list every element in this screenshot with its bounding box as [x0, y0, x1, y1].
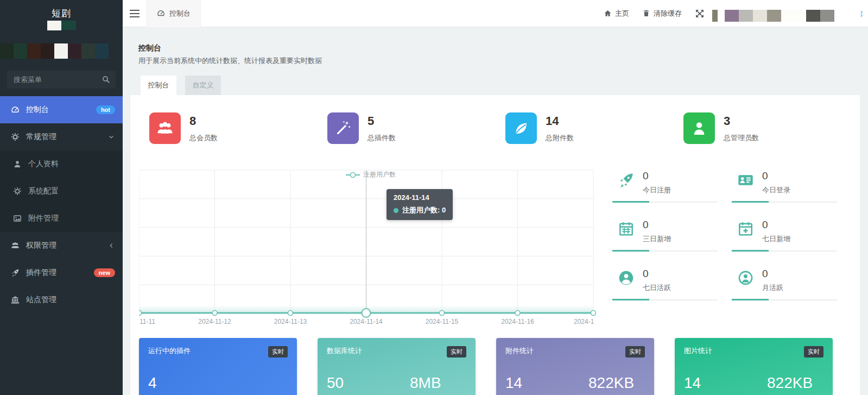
card-title: 运行中的插件	[148, 346, 191, 356]
quick-stat-seven-day-active: 0 七日活跃	[612, 268, 718, 300]
card-title: 图片统计	[684, 346, 712, 356]
quick-stat-progress	[732, 250, 837, 252]
users-icon	[11, 241, 20, 250]
quick-stat-label: 三日新增	[643, 234, 718, 244]
sidebar-item-attachments[interactable]: 附件管理	[0, 205, 123, 232]
sidebar-item-label: 个人资料	[28, 159, 59, 169]
rocket-icon	[618, 172, 635, 189]
quick-stat-progress	[612, 250, 718, 252]
chart-legend[interactable]: 注册用户数	[139, 170, 603, 179]
pixel-swatch	[712, 10, 718, 22]
sidebar-item-label: 权限管理	[26, 241, 56, 250]
pixel-swatch	[806, 10, 820, 22]
card-value: 14	[505, 374, 588, 392]
open-page-tab[interactable]: 控制台	[147, 0, 201, 27]
clear-cache-button[interactable]: 清除缓存	[642, 9, 682, 18]
sidebar-item-plugins[interactable]: 插件管理 new	[0, 259, 123, 286]
sidebar-toggle-button[interactable]	[123, 0, 147, 27]
quick-stat-value: 0	[643, 268, 718, 280]
tooltip-date: 2024-11-14	[394, 193, 446, 202]
page-title: 控制台	[138, 43, 161, 53]
pixel-swatch	[0, 43, 14, 59]
admin-icon	[683, 112, 715, 144]
svg-text:2024-11-16: 2024-11-16	[501, 318, 534, 325]
quick-stat-today-registered: 0 今日注册	[612, 170, 718, 203]
stat-label: 总附件数	[546, 133, 574, 143]
stats-row: 8 总会员数 5 总插件数	[139, 112, 851, 144]
menu-search-input[interactable]	[7, 71, 116, 89]
trash-icon	[642, 9, 650, 17]
stat-value: 8	[189, 114, 218, 128]
quick-stat-value: 0	[643, 170, 718, 182]
search-icon[interactable]	[102, 75, 110, 84]
quick-stat-value: 0	[762, 268, 837, 280]
stat-label: 总会员数	[189, 133, 218, 143]
svg-text:2024-11-12: 2024-11-12	[198, 318, 231, 325]
card-value-2: 8MB	[410, 374, 441, 392]
pixel-swatch	[61, 21, 76, 30]
calendar-plus-icon	[737, 221, 754, 237]
open-page-tab-label: 控制台	[169, 9, 191, 18]
dashboard-panel: 8 总会员数 5 总插件数	[130, 95, 860, 395]
home-button[interactable]: 主页	[604, 9, 629, 18]
menu-search	[7, 71, 116, 89]
sidebar-item-dashboard[interactable]: 控制台 hot	[0, 96, 123, 123]
quick-stat-value: 0	[643, 219, 718, 231]
sidebar-item-permissions[interactable]: 权限管理	[0, 232, 123, 259]
sidebar-item-sites[interactable]: 站点管理	[0, 286, 123, 314]
content: 控制台 用于展示当前系统中的统计数据、统计报表及重要实时数据 控制台 自定义	[123, 27, 868, 395]
sidebar-item-label: 系统配置	[28, 186, 59, 196]
sidebar-item-profile[interactable]: 个人资料	[0, 151, 123, 178]
pixel-swatch	[68, 43, 81, 59]
card-title: 数据库统计	[327, 346, 362, 356]
pixel-swatch	[781, 10, 806, 22]
pixel-swatch	[725, 10, 739, 22]
stat-label: 总插件数	[368, 133, 396, 143]
quick-stat-label: 七日新增	[762, 234, 837, 244]
topbar: 控制台 主页 清除缓存	[123, 0, 868, 27]
sidebar-nav: 控制台 hot 常规管理 个人资料	[0, 96, 123, 314]
card-database-stats: 数据库统计 实时 50 8MB	[318, 338, 476, 395]
logo-pixel-image	[0, 21, 123, 32]
stat-admins: 3 总管理员数	[673, 112, 851, 144]
pixel-swatch	[767, 10, 781, 22]
pixel-swatch	[718, 10, 725, 22]
pixel-swatch	[14, 43, 27, 59]
tab-custom[interactable]: 自定义	[185, 76, 221, 95]
tab-dashboard[interactable]: 控制台	[141, 76, 176, 95]
card-value: 50	[327, 374, 410, 392]
pixel-swatch	[739, 10, 753, 22]
chevron-left-icon	[107, 242, 115, 249]
quick-stat-label: 今日注册	[643, 185, 718, 195]
user-avatar-image[interactable]	[712, 10, 834, 22]
card-title: 附件统计	[505, 346, 534, 356]
registrations-chart[interactable]: 11-112024-11-122024-11-132024-11-142024-…	[139, 166, 603, 329]
quick-stat-value: 0	[762, 219, 837, 231]
app-logo[interactable]: 短剧	[0, 0, 123, 20]
quick-stat-today-login: 0 今日登录	[732, 170, 837, 203]
card-running-plugins: 运行中的插件 实时 4	[139, 338, 297, 395]
panel-arrows-icon[interactable]: ››	[860, 10, 863, 17]
sidebar-item-general[interactable]: 常规管理	[0, 123, 123, 151]
gauge-icon	[157, 9, 165, 17]
home-icon	[604, 9, 612, 17]
svg-text:2024-11-13: 2024-11-13	[274, 318, 307, 325]
svg-text:2024-1: 2024-1	[574, 318, 594, 325]
chart-tooltip: 2024-11-14 注册用户数: 0	[387, 189, 453, 220]
tooltip-series-dot	[394, 208, 398, 213]
card-attachment-stats: 附件统计 实时 14 822KB	[496, 338, 654, 395]
pixel-swatch	[54, 43, 68, 59]
fullscreen-icon[interactable]	[695, 9, 705, 18]
realtime-badge: 实时	[625, 346, 645, 358]
image-icon	[13, 214, 22, 223]
card-value-2: 822KB	[767, 374, 813, 392]
stat-plugins: 5 总插件数	[317, 112, 495, 144]
sidebar-item-system-config[interactable]: 系统配置	[0, 178, 123, 205]
sidebar-item-label: 控制台	[26, 105, 49, 115]
quick-stat-value: 0	[762, 170, 837, 182]
user-icon	[13, 160, 22, 168]
new-badge: new	[94, 268, 115, 277]
sidebar-item-label: 站点管理	[26, 295, 56, 305]
sidebar-item-label: 常规管理	[26, 132, 56, 142]
hot-badge: hot	[96, 105, 115, 114]
